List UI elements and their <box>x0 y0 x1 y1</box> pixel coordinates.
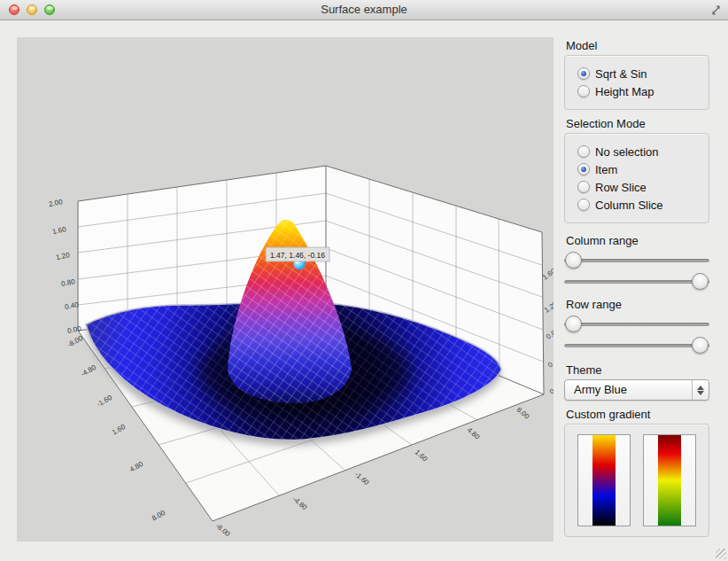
slider-handle[interactable] <box>565 316 582 332</box>
column-range-max-slider[interactable] <box>564 271 709 292</box>
selection-mode-groupbox: No selection Item Row Slice Column Slice <box>564 133 709 223</box>
axis-tick: 1.60 <box>51 225 67 236</box>
gradient-swatch-green-red[interactable] <box>643 434 696 526</box>
radio-label: Height Map <box>595 85 654 98</box>
model-group-label: Model <box>566 39 709 52</box>
radio-row-slice[interactable]: Row Slice <box>577 178 701 196</box>
app-window: Surface example <box>0 0 728 561</box>
axis-tick: 1.20 <box>55 251 71 261</box>
radio-icon <box>577 145 590 158</box>
radio-icon <box>577 85 590 97</box>
axis-tick: 0.40 <box>64 300 80 311</box>
control-panel: Model Sqrt & Sin Height Map Selection Mo… <box>564 39 709 537</box>
custom-gradient-groupbox <box>564 424 709 537</box>
model-groupbox: Sqrt & Sin Height Map <box>564 55 709 110</box>
axis-tick: -8.00 <box>214 522 232 539</box>
row-range-label: Row range <box>566 298 709 311</box>
axis-tick: -4.80 <box>80 363 98 378</box>
axis-tick: 4.80 <box>466 426 482 441</box>
axis-tick: 0.00 <box>548 381 554 396</box>
axis-tick: -1.60 <box>353 471 371 487</box>
title-bar[interactable]: Surface example <box>0 0 728 20</box>
theme-combobox[interactable]: Army Blue <box>564 379 709 401</box>
slider-handle[interactable] <box>565 252 582 269</box>
slider-track[interactable] <box>564 344 709 347</box>
radio-sqrt-sin[interactable]: Sqrt & Sin <box>577 65 701 82</box>
slider-handle[interactable] <box>692 273 709 290</box>
radio-label: Sqrt & Sin <box>595 67 647 81</box>
slider-track[interactable] <box>564 323 709 326</box>
axis-tick: 1.20 <box>543 300 554 315</box>
selection-label: 1.47, 1.46, -0.16 <box>270 251 325 260</box>
axis-tick: 8.00 <box>151 509 167 523</box>
resize-grip[interactable] <box>716 549 726 559</box>
axis-tick: 0.80 <box>545 326 554 341</box>
axis-tick: 0.40 <box>546 355 554 370</box>
gradient-bar <box>658 435 681 526</box>
radio-icon <box>577 67 590 80</box>
axis-tick: 1.60 <box>414 448 430 464</box>
row-range-min-slider[interactable] <box>564 314 709 335</box>
radio-no-selection[interactable]: No selection <box>577 143 701 160</box>
surface-plot: 1.47, 1.46, -0.16 2.00 1.60 1.20 0.80 0.… <box>17 37 554 542</box>
selection-mode-group-label: Selection Mode <box>566 117 709 130</box>
gradient-swatch-black-blue-red-yellow[interactable] <box>577 434 631 526</box>
axis-tick: 1.60 <box>111 423 127 437</box>
radio-icon <box>577 199 590 211</box>
y-axis-left-ticks: 2.00 1.60 1.20 0.80 0.40 0.00 <box>48 198 82 335</box>
radio-icon <box>577 181 590 193</box>
axis-tick: 0.80 <box>60 277 76 288</box>
radio-item[interactable]: Item <box>577 160 701 178</box>
selection-callout: 1.47, 1.46, -0.16 <box>266 247 329 261</box>
axis-tick: 4.80 <box>128 460 144 474</box>
custom-gradient-label: Custom gradient <box>566 408 709 421</box>
combo-stepper-icon <box>692 380 709 400</box>
radio-column-slice[interactable]: Column Slice <box>577 196 701 214</box>
theme-selected-value: Army Blue <box>574 383 627 396</box>
axis-tick: 8.00 <box>515 406 531 421</box>
column-range-min-slider[interactable] <box>564 250 709 271</box>
axis-tick: -1.60 <box>96 393 114 409</box>
slider-track[interactable] <box>564 259 709 262</box>
gradient-bar <box>592 435 616 526</box>
slider-track[interactable] <box>564 280 709 284</box>
radio-label: Column Slice <box>595 199 663 212</box>
axis-tick: 2.00 <box>48 198 64 208</box>
column-range-label: Column range <box>566 234 709 247</box>
radio-icon <box>577 163 590 175</box>
theme-label: Theme <box>566 363 709 377</box>
axis-tick: -4.80 <box>291 495 309 512</box>
radio-height-map[interactable]: Height Map <box>577 82 701 100</box>
row-range-max-slider[interactable] <box>564 335 709 356</box>
surface-plot-canvas[interactable]: 1.47, 1.46, -0.16 2.00 1.60 1.20 0.80 0.… <box>17 37 554 542</box>
radio-label: Item <box>595 163 617 176</box>
radio-label: Row Slice <box>595 181 647 194</box>
axis-tick: 1.60 <box>541 267 554 282</box>
fullscreen-icon[interactable] <box>709 4 723 17</box>
window-title: Surface example <box>0 3 728 16</box>
radio-label: No selection <box>595 145 659 159</box>
slider-handle[interactable] <box>692 337 709 354</box>
